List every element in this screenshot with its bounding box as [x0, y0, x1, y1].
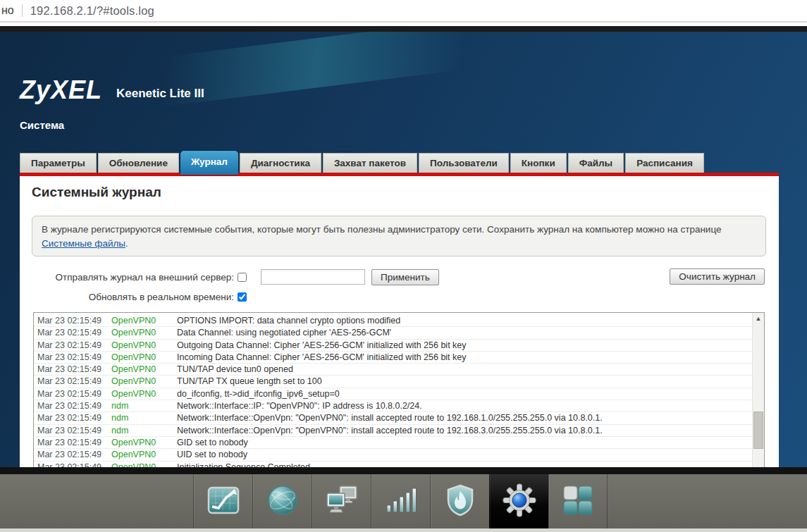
bottom-light-strip [0, 528, 807, 532]
log-message: Outgoing Data Channel: Cipher 'AES-256-G… [177, 340, 467, 351]
system-files-link[interactable]: Системные файлы [42, 238, 125, 249]
remote-server-checkbox[interactable] [238, 273, 247, 282]
log-viewer: Mar 23 02:15:49OpenVPN0OPTIONS IMPORT: d… [33, 312, 765, 467]
nav-internet[interactable] [252, 474, 312, 528]
nav-system-monitor[interactable] [193, 474, 252, 528]
log-time: Mar 23 02:15:49 [34, 364, 111, 375]
log-rows: Mar 23 02:15:49OpenVPN0OPTIONS IMPORT: d… [34, 315, 752, 467]
firewall-icon [445, 484, 475, 519]
log-message: Network::Interface::IP: "OpenVPN0": IP a… [177, 400, 422, 412]
nav-settings[interactable] [489, 474, 548, 528]
tab-диагностика[interactable]: Диагностика [240, 153, 321, 173]
log-row: Mar 23 02:15:49OpenVPN0Initialization Se… [34, 462, 752, 467]
info-text: В журнале регистрируются системные событ… [42, 224, 722, 235]
log-time: Mar 23 02:15:49 [34, 388, 111, 400]
log-message: Incoming Data Channel: Cipher 'AES-256-G… [177, 352, 467, 363]
realtime-checkbox[interactable] [238, 292, 247, 302]
log-time: Mar 23 02:15:49 [34, 352, 111, 363]
log-process: OpenVPN0 [111, 449, 177, 460]
scroll-down-button[interactable]: ▼ [753, 464, 764, 467]
nav-firewall[interactable] [430, 474, 489, 528]
applications-icon [562, 485, 593, 519]
log-row: Mar 23 02:15:49OpenVPN0TUN/TAP device tu… [34, 364, 752, 376]
scroll-up-button[interactable]: ▲ [753, 313, 764, 324]
log-process: ndm [111, 425, 177, 436]
log-process: ndm [111, 400, 177, 412]
log-scrollbar[interactable]: ▲ ▼ [752, 313, 764, 467]
log-row: Mar 23 02:15:49OpenVPN0Incoming Data Cha… [34, 352, 752, 364]
log-time: Mar 23 02:15:49 [34, 449, 111, 460]
home-network-icon [326, 485, 358, 519]
tab-журнал[interactable]: Журнал [180, 151, 238, 175]
log-process: OpenVPN0 [111, 340, 177, 351]
log-message: OPTIONS IMPORT: data channel crypto opti… [177, 315, 400, 326]
log-time: Mar 23 02:15:49 [34, 327, 111, 338]
browser-address-bar: но 192.168.2.1/?#tools.log [0, 0, 807, 23]
remote-server-row: Отправлять журнал на внешний сервер: При… [32, 268, 439, 285]
log-row: Mar 23 02:15:49ndmNetwork::Interface::IP… [34, 400, 752, 412]
tab-кнопки[interactable]: Кнопки [510, 153, 567, 173]
log-time: Mar 23 02:15:49 [34, 376, 111, 387]
log-message: TUN/TAP device tun0 opened [177, 364, 293, 375]
realtime-label: Обновлять в реальном времени: [32, 292, 234, 302]
log-row: Mar 23 02:15:49ndmNetwork::Interface::Op… [34, 425, 752, 437]
nav-applications[interactable] [548, 474, 608, 528]
clear-log-button[interactable]: Очистить журнал [670, 268, 765, 285]
device-model: Keenetic Lite III [116, 87, 204, 101]
log-row: Mar 23 02:15:49OpenVPN0OPTIONS IMPORT: d… [34, 315, 752, 327]
log-row: Mar 23 02:15:49OpenVPN0GID set to nobody [34, 437, 752, 449]
log-process: OpenVPN0 [111, 462, 177, 467]
log-message: Data Channel: using negotiated cipher 'A… [177, 327, 391, 338]
log-message: TUN/TAP TX queue length set to 100 [177, 376, 322, 387]
system-monitor-icon [207, 486, 240, 517]
log-row: Mar 23 02:15:49OpenVPN0UID set to nobody [34, 449, 752, 461]
log-message: do_ifconfig, tt->did_ifconfig_ipv6_setup… [177, 388, 340, 400]
log-process: ndm [111, 412, 177, 423]
log-process: OpenVPN0 [111, 437, 177, 448]
log-message: GID set to nobody [177, 437, 248, 448]
security-label: но [1, 4, 14, 17]
log-time: Mar 23 02:15:49 [34, 437, 111, 448]
signal-level-icon [386, 485, 417, 518]
log-process: OpenVPN0 [111, 376, 177, 387]
page-background: ZyXEL Keenetic Lite III Система Параметр… [0, 32, 807, 467]
tab-обновление[interactable]: Обновление [98, 153, 179, 173]
tab-файлы[interactable]: Файлы [568, 153, 624, 173]
log-row: Mar 23 02:15:49OpenVPN0TUN/TAP TX queue … [34, 376, 752, 388]
remote-server-label: Отправлять журнал на внешний сервер: [32, 272, 234, 283]
log-message: Network::Interface::OpenVpn: "OpenVPN0":… [177, 425, 603, 436]
toolbar-cells [193, 474, 608, 528]
settings-gear-icon [503, 483, 536, 520]
tab-расписания[interactable]: Расписания [625, 153, 704, 173]
info-box: В журнале регистрируются системные событ… [32, 216, 766, 256]
nav-signal-level[interactable] [371, 474, 430, 528]
router-admin-page: но 192.168.2.1/?#tools.log ZyXEL Keeneti… [0, 0, 807, 532]
info-suffix: . [125, 238, 128, 249]
tab-параметры[interactable]: Параметры [20, 153, 97, 173]
log-process: OpenVPN0 [111, 388, 177, 400]
tab-захват-пакетов[interactable]: Захват пакетов [323, 153, 417, 173]
nav-home-network[interactable] [312, 474, 371, 528]
log-row: Mar 23 02:15:49OpenVPN0Outgoing Data Cha… [34, 340, 752, 352]
log-time: Mar 23 02:15:49 [34, 425, 111, 436]
log-process: OpenVPN0 [111, 352, 177, 363]
section-title: Система [20, 119, 64, 131]
apply-button[interactable]: Применить [371, 269, 439, 285]
bottom-black-strip [0, 467, 807, 474]
log-time: Mar 23 02:15:49 [34, 340, 111, 351]
log-time: Mar 23 02:15:49 [34, 315, 111, 326]
scrollbar-thumb[interactable] [753, 412, 763, 449]
log-message: Initialization Sequence Completed [177, 462, 310, 467]
server-address-input[interactable] [261, 269, 365, 285]
tab-пользователи[interactable]: Пользователи [419, 153, 509, 173]
log-time: Mar 23 02:15:49 [34, 400, 111, 412]
zyxel-logo: ZyXEL [20, 75, 102, 105]
page-title: Системный журнал [32, 185, 161, 200]
log-row: Mar 23 02:15:49OpenVPN0Data Channel: usi… [34, 327, 752, 339]
internet-icon [267, 485, 298, 519]
log-message: Network::Interface::OpenVpn: "OpenVPN0":… [177, 412, 603, 423]
log-time: Mar 23 02:15:49 [34, 462, 111, 467]
url-text[interactable]: 192.168.2.1/?#tools.log [30, 4, 154, 18]
bottom-toolbar [0, 474, 807, 528]
tab-bar: ПараметрыОбновлениеЖурналДиагностикаЗахв… [20, 153, 706, 173]
